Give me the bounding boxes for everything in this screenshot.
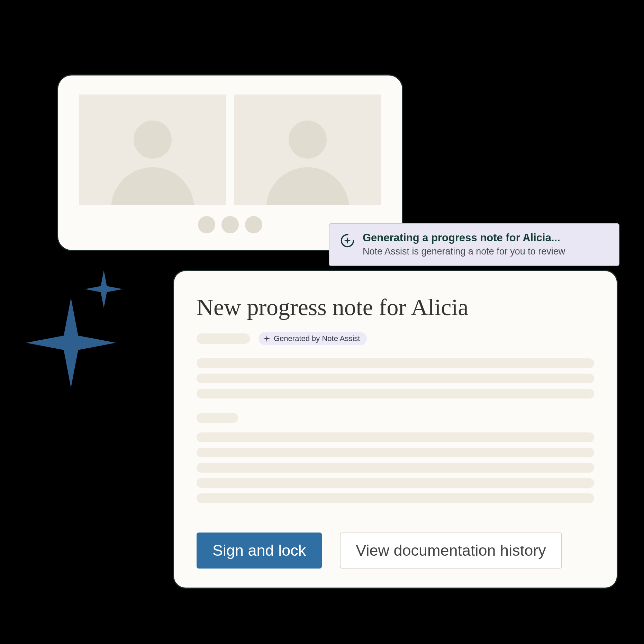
toast-title: Generating a progress note for Alicia...	[363, 232, 565, 244]
video-tiles	[79, 95, 381, 205]
generated-by-label: Generated by Note Assist	[274, 334, 360, 343]
call-control-button[interactable]	[198, 216, 215, 233]
video-tile	[79, 95, 226, 205]
avatar-placeholder-icon	[134, 120, 172, 159]
call-control-button[interactable]	[245, 216, 262, 233]
sparkle-icon	[26, 298, 116, 388]
avatar-placeholder-icon	[289, 120, 327, 159]
note-title: New progress note for Alicia	[197, 294, 594, 321]
generated-by-badge: Generated by Note Assist	[258, 332, 367, 345]
toast-subtitle: Note Assist is generating a note for you…	[363, 246, 565, 257]
sparkle-icon	[263, 335, 270, 342]
skeleton-line	[197, 463, 594, 473]
avatar-placeholder-icon	[111, 167, 194, 205]
stage: New progress note for Alicia Generated b…	[0, 0, 644, 644]
sparkle-icon	[85, 270, 123, 308]
skeleton-line	[197, 478, 594, 488]
skeleton-line	[197, 432, 594, 442]
skeleton-line	[197, 374, 594, 383]
avatar-placeholder-icon	[266, 167, 349, 205]
note-content-placeholder	[197, 358, 594, 399]
view-history-button[interactable]: View documentation history	[340, 533, 562, 569]
skeleton-line	[197, 358, 594, 368]
generating-toast: Generating a progress note for Alicia...…	[329, 223, 619, 266]
video-tile	[234, 95, 381, 205]
skeleton-line	[197, 448, 594, 457]
skeleton-line	[197, 389, 594, 399]
note-content-placeholder	[197, 432, 594, 503]
note-tag-row: Generated by Note Assist	[197, 332, 594, 345]
sign-and-lock-button[interactable]: Sign and lock	[197, 533, 322, 569]
call-control-button[interactable]	[221, 216, 239, 233]
skeleton-line	[197, 493, 594, 503]
skeleton-heading	[197, 413, 238, 423]
note-actions: Sign and lock View documentation history	[197, 533, 594, 569]
progress-sparkle-icon	[340, 233, 355, 248]
note-panel: New progress note for Alicia Generated b…	[173, 270, 618, 589]
tag-placeholder	[197, 333, 250, 344]
call-controls	[198, 216, 262, 233]
